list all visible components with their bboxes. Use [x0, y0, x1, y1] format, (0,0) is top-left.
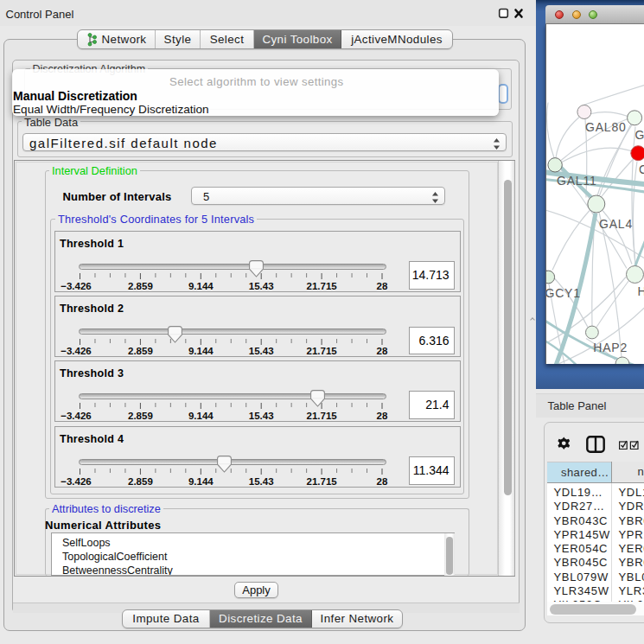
svg-text:G.: G.	[635, 127, 644, 141]
svg-text:GAL11: GAL11	[557, 174, 597, 188]
svg-text:H: H	[638, 284, 644, 297]
svg-text:HAP2: HAP2	[593, 340, 628, 354]
svg-text:GAL4: GAL4	[599, 216, 633, 230]
svg-text:C: C	[639, 162, 644, 175]
svg-text:GAL80: GAL80	[585, 119, 627, 133]
svg-text:GCY1: GCY1	[546, 286, 581, 300]
